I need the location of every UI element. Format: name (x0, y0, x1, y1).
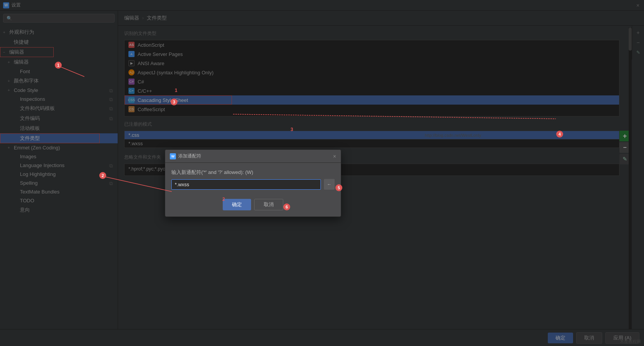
modal-close-button[interactable]: × (333, 153, 336, 159)
modal-title-bar: W 添加通配符 × (165, 150, 341, 163)
modal-input[interactable] (171, 179, 321, 190)
modal-body: 输入新通配符('*' and '?' allowed): (W) ← (165, 163, 341, 196)
modal-cancel-button[interactable]: 取消 (254, 199, 283, 210)
modal-arrow-button[interactable]: ← (324, 179, 335, 190)
modal-input-row: ← (171, 179, 335, 190)
modal-dialog: W 添加通配符 × 输入新通配符('*' and '?' allowed): (… (165, 149, 341, 217)
modal-confirm-button[interactable]: 确定 (223, 199, 251, 210)
modal-icon: W (170, 153, 176, 159)
modal-title: 添加通配符 (178, 153, 333, 159)
modal-overlay: W 添加通配符 × 输入新通配符('*' and '?' allowed): (… (0, 0, 644, 346)
modal-footer: 确定 取消 (165, 196, 341, 216)
modal-label: 输入新通配符('*' and '?' allowed): (W) (171, 169, 335, 176)
